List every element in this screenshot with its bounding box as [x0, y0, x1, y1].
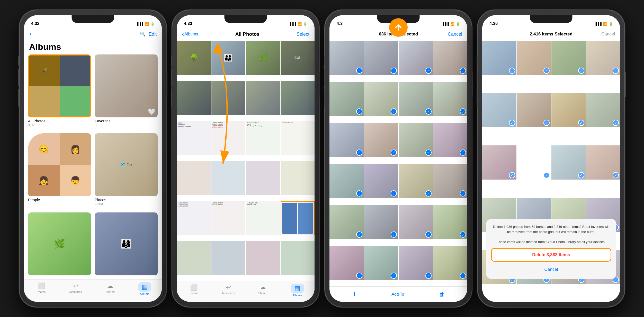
- select-check[interactable]: ✓: [391, 190, 397, 197]
- delete-items-button[interactable]: Delete 3,382 Items: [491, 248, 611, 262]
- photo-cell[interactable]: [177, 161, 211, 195]
- select-check[interactable]: ✓: [356, 68, 362, 74]
- tab-memories-2[interactable]: ↩ Memories: [219, 284, 237, 295]
- delete-button-3[interactable]: 🗑: [439, 291, 445, 298]
- select-check[interactable]: ✓: [460, 231, 466, 238]
- photo-cell-4[interactable]: ✓: [482, 41, 516, 75]
- select-check-4[interactable]: ✓: [578, 120, 584, 126]
- tab-albums-1[interactable]: ▦ Albums: [136, 282, 154, 295]
- select-check-4[interactable]: ✓: [543, 120, 550, 126]
- photo-cell-4[interactable]: ✓: [517, 41, 551, 75]
- photo-cell-4[interactable]: ✓: [517, 145, 551, 180]
- photo-cell-4[interactable]: ✓: [551, 41, 586, 75]
- photo-cell[interactable]: [211, 241, 246, 275]
- photo-cell-3[interactable]: ✓: [433, 123, 468, 157]
- photo-cell[interactable]: Show Contact Photos Phone Text Message F…: [246, 121, 280, 155]
- photo-cell[interactable]: +1 (812) 592-6348Block this Caller: [246, 201, 280, 235]
- select-check[interactable]: ✓: [460, 190, 466, 197]
- photo-cell-3[interactable]: ✓: [433, 82, 468, 116]
- add-button[interactable]: +: [29, 32, 32, 37]
- select-check[interactable]: ✓: [460, 68, 466, 74]
- photo-cell-3[interactable]: ✓: [329, 41, 364, 75]
- photo-cell-3[interactable]: ✓: [364, 82, 398, 116]
- tab-memories-1[interactable]: ↩ Memories: [67, 282, 85, 293]
- photo-cell-3[interactable]: ✓: [433, 205, 468, 239]
- select-check-4[interactable]: ✓: [613, 120, 619, 126]
- album-selfies[interactable]: 🌿: [28, 212, 91, 279]
- select-check[interactable]: ✓: [425, 68, 432, 74]
- select-check[interactable]: ✓: [425, 231, 432, 238]
- photo-cell-3[interactable]: ✓: [329, 82, 364, 116]
- photo-cell[interactable]: [246, 161, 280, 195]
- photo-cell[interactable]: 🌳: [177, 41, 211, 75]
- photo-cell-4[interactable]: ✓: [482, 93, 516, 127]
- select-check-4[interactable]: ✓: [509, 120, 515, 126]
- share-button-3[interactable]: ⬆: [352, 291, 357, 298]
- select-check[interactable]: ✓: [391, 273, 397, 279]
- photo-cell-3[interactable]: ✓: [433, 164, 468, 198]
- album-favorites[interactable]: 🤍 Favorites 35: [95, 54, 158, 130]
- select-button[interactable]: Select: [297, 32, 309, 37]
- family-thumb[interactable]: 👨‍👩‍👦: [95, 212, 158, 275]
- select-check[interactable]: ✓: [391, 150, 397, 156]
- photo-cell[interactable]: [211, 161, 246, 195]
- select-check[interactable]: ✓: [356, 108, 362, 115]
- select-check-4[interactable]: ✓: [578, 172, 584, 178]
- photo-cell-4[interactable]: ✓: [586, 93, 620, 127]
- select-check[interactable]: ✓: [391, 68, 397, 74]
- back-albums-button[interactable]: Albums: [182, 31, 198, 37]
- photo-cell[interactable]: [177, 81, 211, 115]
- tab-shared-1[interactable]: ☁ Shared: [101, 282, 119, 293]
- photo-cell[interactable]: [281, 241, 315, 275]
- photo-cell[interactable]: 0:36: [281, 41, 315, 75]
- select-check-4[interactable]: ✓: [509, 172, 515, 178]
- album-people[interactable]: 😊 👩 👧 👦 People 17: [28, 133, 91, 209]
- select-check[interactable]: ✓: [356, 190, 362, 197]
- select-check[interactable]: ✓: [425, 150, 432, 156]
- select-check[interactable]: ✓: [425, 108, 432, 115]
- select-check-4[interactable]: ✓: [613, 68, 619, 74]
- select-check[interactable]: ✓: [460, 150, 466, 156]
- select-check[interactable]: ✓: [460, 108, 466, 115]
- select-check-4[interactable]: ✓: [543, 68, 550, 74]
- places-thumb[interactable]: 🗺️ Go: [95, 133, 158, 196]
- photo-cell-3[interactable]: ✓: [329, 246, 364, 280]
- photo-cell-3[interactable]: ✓: [364, 205, 398, 239]
- select-check-4[interactable]: ✓: [613, 172, 619, 178]
- select-check[interactable]: ✓: [356, 231, 362, 238]
- photo-cell-3[interactable]: ✓: [364, 164, 398, 198]
- select-check[interactable]: ✓: [460, 273, 466, 279]
- photo-cell[interactable]: 🌿: [246, 41, 280, 75]
- photo-cell[interactable]: [281, 161, 315, 195]
- album-places[interactable]: 🗺️ Go Places 2,383: [95, 133, 158, 209]
- favorites-thumb[interactable]: 🤍: [95, 54, 158, 117]
- photo-cell[interactable]: [246, 241, 280, 275]
- cancel-button-3[interactable]: Cancel: [448, 32, 462, 37]
- photo-cell[interactable]: [211, 81, 246, 115]
- tab-photos-2[interactable]: ⬜ Photos: [185, 284, 203, 295]
- photo-cell-3[interactable]: ✓: [329, 205, 364, 239]
- photo-cell-3[interactable]: ✓: [399, 205, 433, 239]
- select-check[interactable]: ✓: [356, 150, 362, 156]
- photo-cell-3[interactable]: ✓: [329, 164, 364, 198]
- search-button[interactable]: 🔍: [140, 31, 146, 37]
- select-check-4[interactable]: ✓: [543, 172, 550, 178]
- photo-cell-3[interactable]: ✓: [433, 246, 468, 280]
- photo-cell[interactable]: [246, 81, 280, 115]
- select-check[interactable]: ✓: [356, 273, 362, 279]
- photo-cell-4[interactable]: ✓: [586, 145, 620, 180]
- photo-cell-3[interactable]: ✓: [433, 41, 468, 75]
- album-family[interactable]: 👨‍👩‍👦: [95, 212, 158, 279]
- tab-shared-2[interactable]: ☁ Shared: [254, 284, 272, 295]
- photo-cell-4[interactable]: ✓: [551, 145, 586, 180]
- photo-cell-4[interactable]: ✓: [517, 93, 551, 127]
- photo-cell-3[interactable]: ✓: [329, 123, 364, 157]
- photo-cell[interactable]: [281, 81, 315, 115]
- photo-cell[interactable]: Send Read Receipts: [281, 121, 315, 155]
- photo-cell[interactable]: [281, 201, 315, 235]
- photo-cell-4[interactable]: ✓: [586, 41, 620, 75]
- photo-cell[interactable]: +1 (800) 227-4633 +1 (800) 538-7806 +1 (…: [211, 121, 246, 155]
- select-check-4[interactable]: ✓: [509, 68, 515, 74]
- photo-cell[interactable]: Notes Reminders Share My Location: [177, 121, 211, 155]
- select-check[interactable]: ✓: [391, 108, 397, 115]
